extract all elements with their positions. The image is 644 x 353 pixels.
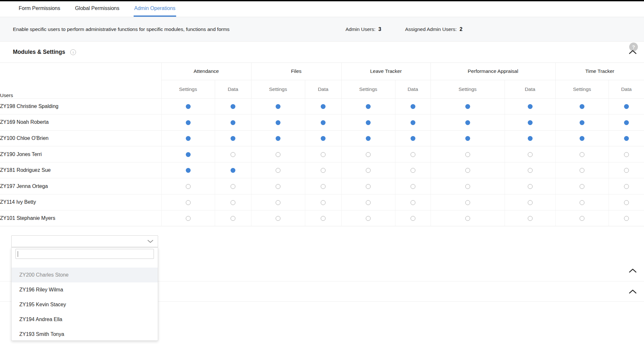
dropdown-option[interactable]: ZY200 Charles Stone [12,268,158,282]
permission-radio-unselected[interactable] [231,184,235,189]
permission-radio-unselected[interactable] [528,200,533,205]
permission-radio-selected[interactable] [231,120,235,125]
permission-radio-unselected[interactable] [580,152,584,157]
permission-radio-selected[interactable] [465,120,470,125]
permission-radio-unselected[interactable] [411,200,415,205]
permission-radio-unselected[interactable] [321,200,326,205]
permission-radio-selected[interactable] [528,120,533,125]
permission-radio-unselected[interactable] [186,216,191,221]
permission-radio-unselected[interactable] [321,168,326,173]
permission-cell [305,210,341,226]
info-icon[interactable]: i [70,49,76,55]
permission-radio-selected[interactable] [411,136,415,141]
permission-radio-unselected[interactable] [465,168,470,173]
permission-radio-unselected[interactable] [528,152,533,157]
permission-radio-unselected[interactable] [528,168,533,173]
permission-radio-selected[interactable] [366,104,371,109]
collapse-section-button[interactable] [628,267,637,274]
permission-radio-unselected[interactable] [465,152,470,157]
permission-radio-selected[interactable] [276,120,280,125]
permission-cell [555,162,609,178]
permission-radio-selected[interactable] [186,152,191,157]
permission-radio-unselected[interactable] [411,184,415,189]
permission-radio-unselected[interactable] [321,216,326,221]
permission-radio-selected[interactable] [528,136,533,141]
tab-global-permissions[interactable]: Global Permissions [74,1,120,17]
permission-radio-unselected[interactable] [186,184,191,189]
permission-radio-unselected[interactable] [624,168,629,173]
permission-radio-selected[interactable] [186,168,191,173]
permission-radio-unselected[interactable] [580,200,584,205]
permission-radio-selected[interactable] [321,104,326,109]
user-search-input[interactable] [15,249,154,259]
permission-radio-unselected[interactable] [624,184,629,189]
permission-radio-unselected[interactable] [465,200,470,205]
permission-radio-unselected[interactable] [231,152,235,157]
permission-radio-selected[interactable] [186,136,191,141]
permission-radio-unselected[interactable] [276,152,280,157]
permission-radio-selected[interactable] [231,136,235,141]
permission-radio-selected[interactable] [624,120,629,125]
permission-radio-unselected[interactable] [580,216,584,221]
permission-radio-unselected[interactable] [580,184,584,189]
permission-radio-unselected[interactable] [231,216,235,221]
permission-radio-unselected[interactable] [528,216,533,221]
permission-radio-unselected[interactable] [528,184,533,189]
permission-radio-selected[interactable] [528,104,533,109]
permission-cell [341,162,395,178]
dropdown-option[interactable]: ZY195 Kevin Stacey [12,297,158,312]
permission-radio-selected[interactable] [321,136,326,141]
permission-radio-unselected[interactable] [366,168,371,173]
permission-radio-unselected[interactable] [276,168,280,173]
permission-radio-unselected[interactable] [465,216,470,221]
permission-radio-selected[interactable] [411,120,415,125]
permission-radio-selected[interactable] [366,136,371,141]
tab-admin-operations[interactable]: Admin Operations [134,1,176,17]
permission-radio-unselected[interactable] [465,184,470,189]
permission-radio-unselected[interactable] [321,152,326,157]
tab-form-permissions[interactable]: Form Permissions [18,1,61,17]
permission-radio-unselected[interactable] [366,216,371,221]
permission-radio-unselected[interactable] [366,184,371,189]
permission-radio-selected[interactable] [321,120,326,125]
permission-radio-unselected[interactable] [276,216,280,221]
permission-radio-selected[interactable] [580,136,584,141]
permission-radio-selected[interactable] [465,104,470,109]
permission-radio-unselected[interactable] [624,152,629,157]
permission-radio-unselected[interactable] [624,216,629,221]
permission-radio-selected[interactable] [366,120,371,125]
dropdown-option[interactable]: ZY193 Smith Tonya [12,327,158,342]
permission-radio-selected[interactable] [580,104,584,109]
collapse-section-button[interactable] [628,288,637,295]
permission-radio-unselected[interactable] [366,200,371,205]
permission-radio-selected[interactable] [276,104,280,109]
add-user-select[interactable] [11,235,158,247]
permission-radio-unselected[interactable] [276,184,280,189]
permission-radio-unselected[interactable] [366,152,371,157]
column-subheader-files-data: Data [305,80,341,98]
permission-radio-selected[interactable] [624,104,629,109]
permission-radio-unselected[interactable] [276,200,280,205]
permission-radio-unselected[interactable] [411,152,415,157]
permission-radio-selected[interactable] [624,136,629,141]
dropdown-option[interactable]: ZY196 Riley Wilma [12,282,158,297]
permission-radio-unselected[interactable] [411,216,415,221]
permission-radio-selected[interactable] [186,104,191,109]
permission-radio-selected[interactable] [580,120,584,125]
permission-radio-unselected[interactable] [624,200,629,205]
permission-cell [431,114,505,131]
permission-cell [609,114,644,131]
permission-radio-selected[interactable] [186,120,191,125]
permission-radio-unselected[interactable] [411,168,415,173]
permission-radio-selected[interactable] [465,136,470,141]
permission-radio-selected[interactable] [411,104,415,109]
collapse-section-button[interactable] [628,49,637,55]
permission-radio-unselected[interactable] [580,168,584,173]
permission-radio-unselected[interactable] [231,200,235,205]
permission-radio-unselected[interactable] [186,200,191,205]
permission-radio-selected[interactable] [231,168,235,173]
dropdown-option[interactable]: ZY194 Andrea Ella [12,312,158,327]
permission-radio-selected[interactable] [276,136,280,141]
permission-radio-selected[interactable] [231,104,235,109]
permission-radio-unselected[interactable] [321,184,326,189]
